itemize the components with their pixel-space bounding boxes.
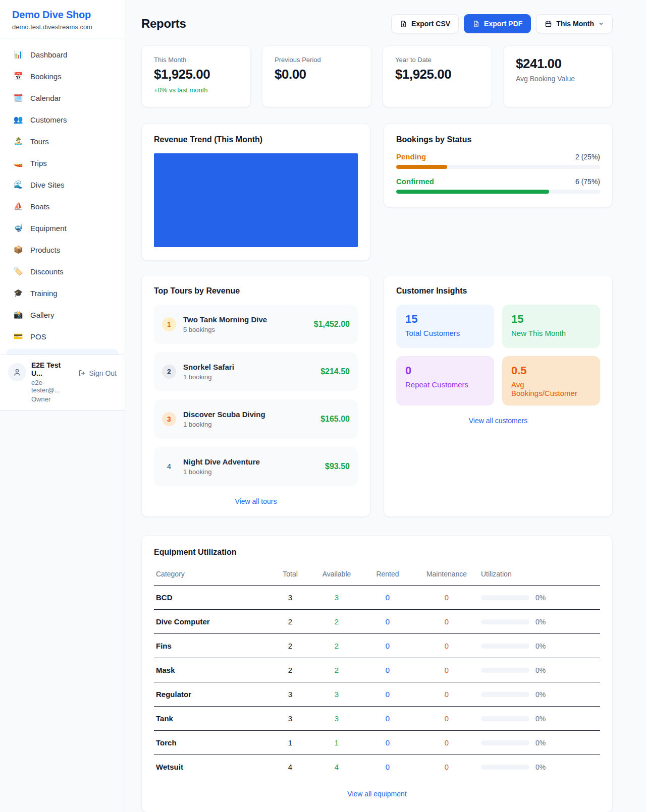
column-header-total: Total	[268, 566, 312, 586]
nav-item-label: Bookings	[30, 72, 62, 81]
sidebar-item-training[interactable]: 🎓 Training	[6, 284, 119, 302]
tour-rank-badge: 4	[162, 459, 176, 474]
sidebar-item-dive-sites[interactable]: 🌊 Dive Sites	[6, 176, 119, 194]
tour-revenue: $93.50	[325, 462, 350, 471]
export-pdf-button[interactable]: Export PDF	[464, 14, 531, 33]
utilization-bar-track	[481, 595, 529, 600]
cell-available: 2	[312, 658, 361, 682]
sidebar-item-gallery[interactable]: 📸 Gallery	[6, 306, 119, 324]
user-name: E2E Test U...	[31, 361, 73, 377]
cell-total: 1	[268, 731, 312, 755]
sidebar-item-boats[interactable]: ⛵ Boats	[6, 197, 119, 215]
sidebar-item-reports-partial[interactable]	[6, 349, 119, 355]
equipment-utilization-card: Equipment Utilization Category Total Ava…	[141, 535, 613, 812]
brand: Demo Dive Shop demo.test.divestreams.com	[0, 0, 125, 38]
sidebar-item-equipment[interactable]: 🤿 Equipment	[6, 219, 119, 237]
cell-maintenance: 0	[414, 658, 479, 682]
stat-label: Avg Booking Value	[516, 75, 600, 83]
view-all-equipment-link[interactable]: View all equipment	[154, 790, 600, 798]
tour-list-item: 1 Two Tank Morning Dive 5 bookings $1,45…	[154, 305, 358, 344]
cell-utilization: 0%	[479, 731, 600, 755]
utilization-bar-track	[481, 644, 529, 649]
sidebar-item-tours[interactable]: 🏝️ Tours	[6, 132, 119, 150]
view-all-customers-link[interactable]: View all customers	[396, 417, 600, 425]
brand-domain: demo.test.divestreams.com	[12, 23, 113, 31]
cell-total: 3	[268, 682, 312, 707]
sidebar-item-trips[interactable]: 🚤 Trips	[6, 154, 119, 172]
status-label: Pending	[396, 152, 426, 161]
utilization-percent: 0%	[535, 666, 546, 674]
tour-revenue: $165.00	[320, 415, 350, 424]
tour-list-item: 2 Snorkel Safari 1 booking $214.50	[154, 352, 358, 391]
pos-icon: 💳	[13, 332, 23, 341]
bookings-by-status-card: Bookings by Status Pending 2 (25%) Confi…	[384, 124, 613, 207]
nav-item-label: Calendar	[30, 94, 61, 102]
cell-category: Mask	[154, 658, 268, 682]
tour-list-item: 4 Night Dive Adventure 1 booking $93.50	[154, 447, 358, 486]
bookings-by-status-title: Bookings by Status	[396, 135, 600, 144]
export-csv-button[interactable]: Export CSV	[391, 14, 459, 33]
status-count: 2 (25%)	[575, 153, 600, 161]
nav-item-label: Tours	[30, 137, 49, 146]
sign-out-button[interactable]: Sign Out	[78, 369, 117, 377]
calendar-icon: 🗓️	[13, 93, 23, 102]
utilization-bar-track	[481, 740, 529, 745]
nav-item-label: Boats	[30, 202, 49, 211]
calendar-icon	[545, 20, 552, 28]
file-download-icon	[400, 20, 407, 28]
tour-bookings-count: 5 bookings	[183, 326, 307, 333]
revenue-trend-card: Revenue Trend (This Month)	[141, 124, 370, 261]
cell-maintenance: 0	[414, 682, 479, 707]
sidebar-item-discounts[interactable]: 🏷️ Discounts	[6, 262, 119, 280]
status-bar-fill	[396, 190, 549, 194]
revenue-trend-title: Revenue Trend (This Month)	[154, 135, 358, 144]
sidebar-item-bookings[interactable]: 📅 Bookings	[6, 67, 119, 85]
stat-label: Year to Date	[395, 56, 479, 64]
cell-maintenance: 0	[414, 634, 479, 658]
cell-maintenance: 0	[414, 707, 479, 731]
sidebar-item-products[interactable]: 📦 Products	[6, 241, 119, 259]
user-email: e2e-tester@...	[31, 379, 73, 394]
stats-row: This Month $1,925.00 +0% vs last month P…	[141, 45, 613, 107]
sidebar-item-customers[interactable]: 👥 Customers	[6, 110, 119, 129]
bookings-icon: 📅	[13, 72, 23, 81]
stat-card: This Month $1,925.00 +0% vs last month	[141, 45, 251, 107]
stat-value: $241.00	[516, 56, 600, 72]
tour-name: Two Tank Morning Dive	[183, 315, 307, 324]
products-icon: 📦	[13, 245, 23, 254]
insight-label: New This Month	[511, 329, 591, 337]
column-header-available: Available	[312, 566, 361, 586]
sidebar-item-calendar[interactable]: 🗓️ Calendar	[6, 89, 119, 107]
table-row: BCD 3 3 0 0 0%	[154, 586, 600, 610]
cell-available: 4	[312, 755, 361, 779]
tour-bookings-count: 1 booking	[183, 468, 318, 476]
table-row: Wetsuit 4 4 0 0 0%	[154, 755, 600, 779]
utilization-bar-track	[481, 765, 529, 770]
cell-category: Torch	[154, 731, 268, 755]
brand-name: Demo Dive Shop	[12, 9, 113, 21]
tour-name: Night Dive Adventure	[183, 457, 318, 466]
cell-category: Regulator	[154, 682, 268, 707]
nav-item-label: Discounts	[30, 267, 64, 276]
cell-available: 2	[312, 634, 361, 658]
nav-item-label: Training	[30, 289, 58, 298]
dive-sites-icon: 🌊	[13, 180, 23, 189]
cell-rented: 0	[361, 586, 414, 610]
utilization-percent: 0%	[535, 594, 546, 602]
insight-label: Repeat Customers	[405, 380, 485, 389]
view-all-tours-link[interactable]: View all tours	[154, 497, 358, 505]
insight-value: 15	[405, 313, 485, 326]
sidebar-item-pos[interactable]: 💳 POS	[6, 327, 119, 345]
nav-item-label: Dive Sites	[30, 181, 65, 189]
nav-item-label: Gallery	[30, 311, 55, 319]
status-row: Pending 2 (25%)	[396, 152, 600, 169]
cell-category: Wetsuit	[154, 755, 268, 779]
sidebar-item-dashboard[interactable]: 📊 Dashboard	[6, 45, 119, 64]
cell-category: BCD	[154, 586, 268, 610]
insight-label: Avg Bookings/Customer	[511, 380, 591, 397]
page-title: Reports	[141, 17, 186, 31]
period-select[interactable]: This Month	[536, 14, 613, 33]
column-header-category: Category	[154, 566, 268, 586]
equipment-table: Category Total Available Rented Maintena…	[154, 566, 600, 779]
cell-total: 3	[268, 586, 312, 610]
